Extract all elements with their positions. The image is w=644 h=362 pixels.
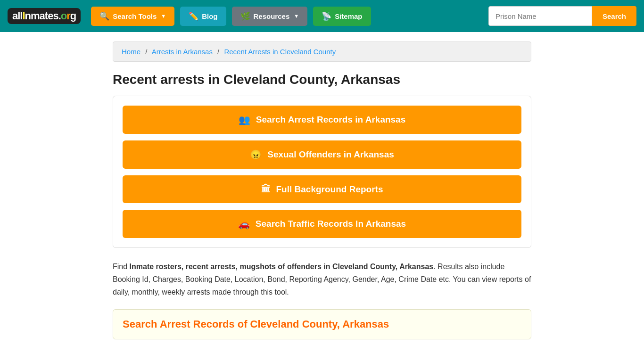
- search-arrest-heading: Search Arrest Records of Cleveland Count…: [123, 318, 521, 330]
- resources-button[interactable]: 🌿 Resources ▼: [232, 7, 308, 26]
- traffic-records-label: Search Traffic Records In Arkansas: [256, 219, 406, 229]
- logo[interactable]: allInmates.org: [8, 8, 81, 24]
- arrest-records-icon: 👥: [239, 114, 250, 125]
- breadcrumb-sep-1: /: [145, 48, 147, 56]
- traffic-records-icon: 🚗: [238, 218, 250, 230]
- breadcrumb: Home / Arrests in Arkansas / Recent Arre…: [113, 41, 531, 62]
- action-card: 👥 Search Arrest Records in Arkansas 😠 Se…: [113, 96, 531, 248]
- navbar: allInmates.org 🔍 Search Tools ▼ ✏️ Blog …: [0, 0, 644, 32]
- main-content: Home / Arrests in Arkansas / Recent Arre…: [105, 32, 539, 358]
- traffic-records-button[interactable]: 🚗 Search Traffic Records In Arkansas: [123, 210, 521, 238]
- search-tools-icon: 🔍: [99, 11, 109, 21]
- search-tools-button[interactable]: 🔍 Search Tools ▼: [91, 7, 174, 26]
- search-arrest-section: Search Arrest Records of Cleveland Count…: [113, 309, 531, 339]
- sitemap-label: Sitemap: [335, 12, 362, 20]
- breadcrumb-arrests-arkansas[interactable]: Arrests in Arkansas: [152, 48, 213, 56]
- description-prefix: Find: [113, 263, 130, 271]
- description-bold: Inmate rosters, recent arrests, mugshots…: [130, 263, 434, 271]
- breadcrumb-current: Recent Arrests in Cleveland County: [224, 48, 336, 56]
- sexual-offenders-button[interactable]: 😠 Sexual Offenders in Arkansas: [123, 140, 521, 169]
- search-arrest-records-button[interactable]: 👥 Search Arrest Records in Arkansas: [123, 106, 521, 134]
- breadcrumb-sep-2: /: [217, 48, 219, 56]
- navbar-search-area: Search: [488, 6, 636, 26]
- description-paragraph: Find Inmate rosters, recent arrests, mug…: [113, 260, 531, 299]
- sitemap-icon: 📡: [322, 11, 331, 21]
- chevron-down-icon: ▼: [161, 13, 166, 19]
- prison-name-input[interactable]: [488, 6, 592, 26]
- full-background-reports-button[interactable]: 🏛 Full Background Reports: [123, 175, 521, 203]
- sexual-offenders-icon: 😠: [250, 149, 262, 160]
- search-tools-label: Search Tools: [113, 12, 157, 20]
- page-title: Recent arrests in Cleveland County, Arka…: [113, 72, 531, 87]
- blog-icon: ✏️: [189, 11, 198, 21]
- search-button-label: Search: [603, 12, 626, 20]
- chevron-down-icon-resources: ▼: [294, 13, 299, 19]
- sitemap-button[interactable]: 📡 Sitemap: [313, 7, 371, 26]
- blog-button[interactable]: ✏️ Blog: [180, 7, 226, 26]
- background-reports-icon: 🏛: [261, 184, 271, 195]
- blog-label: Blog: [202, 12, 217, 20]
- resources-label: Resources: [254, 12, 290, 20]
- sexual-offenders-label: Sexual Offenders in Arkansas: [267, 149, 394, 160]
- search-arrest-records-label: Search Arrest Records in Arkansas: [256, 115, 406, 125]
- full-background-reports-label: Full Background Reports: [276, 184, 383, 195]
- resources-icon: 🌿: [240, 11, 250, 21]
- navbar-search-button[interactable]: Search: [592, 6, 636, 26]
- breadcrumb-home[interactable]: Home: [122, 48, 140, 56]
